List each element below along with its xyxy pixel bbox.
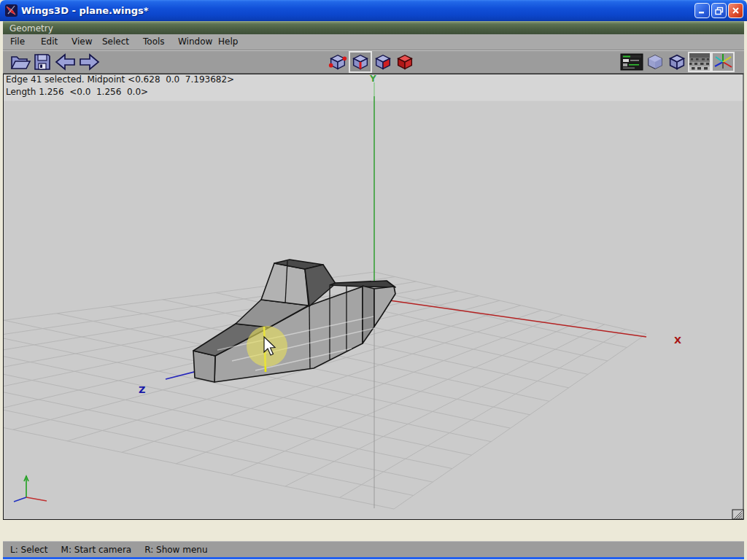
- viewport-3d[interactable]: Edge 41 selected. Midpoint <0.628 0.0 7.…: [3, 74, 744, 520]
- x-axis-label: X: [674, 335, 681, 346]
- plane-model[interactable]: [193, 260, 395, 382]
- vertex-mode-icon: [328, 52, 348, 71]
- undo-arrow-icon: [53, 52, 77, 71]
- cabin-side-face: [261, 263, 309, 306]
- maximize-button[interactable]: [711, 3, 727, 18]
- menu-select[interactable]: Select: [102, 34, 129, 50]
- menubar: File Edit View Select Tools Window Help: [3, 34, 744, 50]
- y-axis-label: Y: [369, 74, 376, 84]
- resize-grip[interactable]: [732, 510, 743, 519]
- show-ground-plane-button[interactable]: [688, 52, 711, 72]
- edge-mode-button[interactable]: [349, 51, 372, 73]
- menu-tools[interactable]: Tools: [143, 34, 165, 50]
- face-mode-icon: [373, 52, 393, 71]
- statusbar: L: Select M: Start camera R: Show menu: [3, 541, 744, 557]
- close-button[interactable]: [728, 3, 743, 18]
- undo-button[interactable]: [53, 52, 77, 71]
- face-mode-button[interactable]: [373, 52, 393, 71]
- geometry-graph-icon: [620, 53, 643, 71]
- wings3d-window: Wings3D - plane.wings* Geometry: [0, 0, 747, 560]
- body-mode-button[interactable]: [395, 52, 415, 71]
- mini-axes: [14, 476, 47, 502]
- x-axis: X: [384, 300, 681, 346]
- minimize-icon: [698, 7, 706, 15]
- geometry-window-header[interactable]: Geometry: [3, 21, 744, 34]
- save-file-button[interactable]: [33, 52, 52, 71]
- redo-arrow-icon: [78, 52, 101, 71]
- menu-edit[interactable]: Edit: [41, 34, 58, 50]
- lower-frame-gap: [3, 520, 744, 541]
- smooth-preview-button[interactable]: [645, 52, 665, 71]
- body-mode-icon: [395, 52, 415, 71]
- edge-mode-icon: [350, 52, 371, 71]
- menu-help[interactable]: Help: [218, 34, 238, 50]
- titlebar[interactable]: Wings3D - plane.wings*: [0, 0, 747, 21]
- geometry-graph-button[interactable]: [620, 53, 643, 71]
- wireframe-view-button[interactable]: [667, 52, 687, 71]
- close-icon: [732, 7, 740, 15]
- save-floppy-icon: [33, 52, 52, 71]
- app-logo-icon: [5, 4, 18, 17]
- open-folder-icon: [9, 52, 31, 71]
- status-left-mouse: L: Select: [10, 545, 48, 555]
- ground-plane-icon: [689, 53, 710, 71]
- menu-view[interactable]: View: [71, 34, 92, 50]
- status-right-mouse: R: Show menu: [144, 545, 207, 555]
- status-middle-mouse: M: Start camera: [61, 545, 132, 555]
- show-axes-button[interactable]: [711, 52, 735, 72]
- geometry-window-title: Geometry: [9, 23, 53, 34]
- z-axis-label: Z: [139, 384, 145, 395]
- open-file-button[interactable]: [9, 52, 31, 71]
- menu-file[interactable]: File: [10, 34, 25, 50]
- tail-cap-face: [374, 287, 395, 327]
- window-title: Wings3D - plane.wings*: [21, 5, 148, 16]
- menu-window[interactable]: Window: [178, 34, 212, 50]
- wireframe-cube-icon: [667, 52, 687, 71]
- toolbar: [3, 50, 744, 74]
- scene-canvas: Y X Z: [3, 74, 744, 520]
- redo-button[interactable]: [78, 52, 101, 71]
- tail-side-face: [363, 286, 374, 343]
- vertex-mode-button[interactable]: [328, 52, 348, 71]
- minimize-button[interactable]: [694, 3, 710, 18]
- smooth-shaded-cube-icon: [645, 52, 665, 71]
- restore-icon: [715, 7, 724, 15]
- axes-icon: [713, 53, 733, 71]
